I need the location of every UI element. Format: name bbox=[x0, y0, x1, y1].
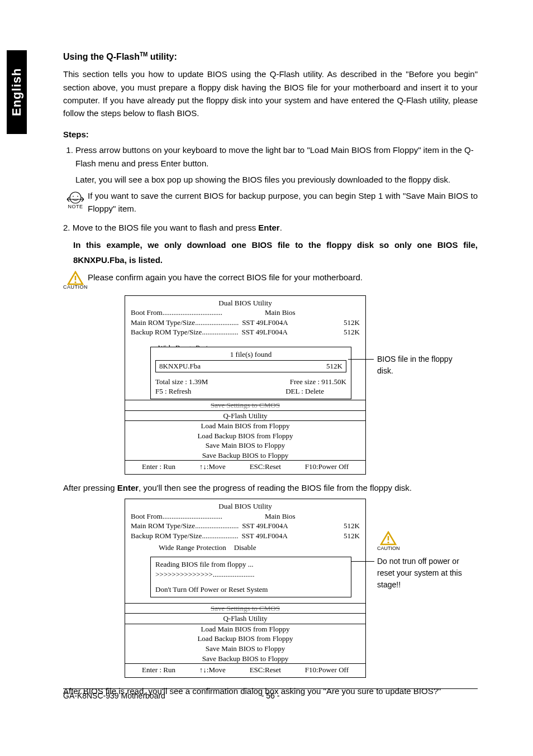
bios-screen-1: Dual BIOS Utility Boot FromMain Bios Mai… bbox=[125, 295, 478, 475]
menu-item[interactable]: Save Main BIOS to Floppy bbox=[125, 644, 365, 654]
footer-page-number: - 56 - bbox=[201, 691, 339, 700]
caution-icon: CAUTION bbox=[63, 271, 88, 290]
menu-item[interactable]: Load Backup BIOS from Floppy bbox=[125, 431, 365, 441]
bios-screen-2: Dual BIOS Utility Boot FromMain Bios Mai… bbox=[125, 499, 478, 678]
step-2: 2. Move to the BIOS file you want to fla… bbox=[63, 221, 478, 234]
caution-icon: CAUTION bbox=[377, 531, 400, 551]
annotation-2: Do not trun off power or reset your syst… bbox=[377, 556, 478, 591]
svg-point-2 bbox=[74, 281, 76, 283]
page-footer: GA-K8NSC-939 Motherboard - 56 - bbox=[63, 688, 478, 700]
annotation-1: BIOS file in the floppy disk. bbox=[377, 353, 467, 377]
language-label: English bbox=[9, 68, 24, 116]
menu-item[interactable]: Load Backup BIOS from Floppy bbox=[125, 634, 365, 644]
menu-item[interactable]: Save Main BIOS to Floppy bbox=[125, 441, 365, 451]
note-text: If you want to save the current BIOS for… bbox=[88, 189, 478, 216]
menu-item[interactable]: Save Backup BIOS to Floppy bbox=[125, 451, 365, 461]
progress-popup: Reading BIOS file from floppy ... >>>>>>… bbox=[150, 557, 351, 597]
footer-product: GA-K8NSC-939 Motherboard bbox=[63, 691, 201, 700]
menu-item[interactable]: Save Backup BIOS to Floppy bbox=[125, 654, 365, 664]
page-content: Using the Q-FlashTM utility: This sectio… bbox=[63, 51, 478, 700]
svg-point-4 bbox=[388, 542, 389, 543]
step-1-sub: Later, you will see a box pop up showing… bbox=[75, 173, 478, 186]
svg-point-0 bbox=[70, 192, 81, 203]
menu-item[interactable]: Load Main BIOS from Floppy bbox=[125, 624, 365, 634]
menu-item[interactable]: Load Main BIOS from Floppy bbox=[125, 420, 365, 431]
section-para: This section tells you how to update BIO… bbox=[63, 68, 478, 119]
bios-file-row[interactable]: 8KNXPU.Fba 512K bbox=[155, 360, 346, 372]
language-tab: English bbox=[7, 50, 27, 134]
after-para-1: After pressing Enter, you'll then see th… bbox=[63, 481, 478, 494]
note-block: NOTE If you want to save the current BIO… bbox=[63, 189, 478, 216]
step-2-emphasis: In this example, we only download one BI… bbox=[73, 237, 478, 267]
section-heading: Using the Q-FlashTM utility: bbox=[63, 51, 478, 62]
caution-block-1: CAUTION Please confirm again you have th… bbox=[63, 271, 478, 290]
steps-heading: Steps: bbox=[63, 130, 478, 139]
file-popup: 1 file(s) found 8KNXPU.Fba 512K Total si… bbox=[150, 347, 351, 399]
note-icon: NOTE bbox=[63, 189, 88, 209]
caution-text-1: Please confirm again you have the correc… bbox=[88, 271, 363, 284]
step-1: Press arrow buttons on your keyboard to … bbox=[75, 143, 478, 170]
